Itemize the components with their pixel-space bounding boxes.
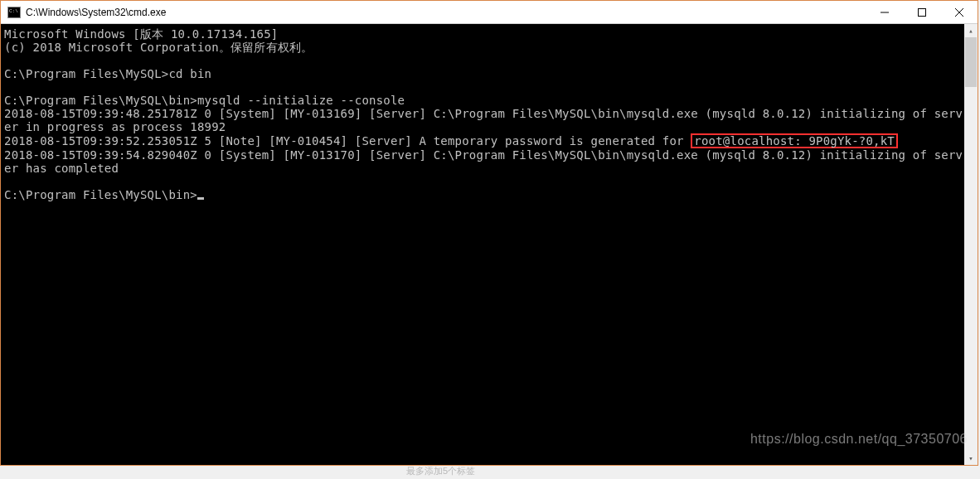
terminal-line: Microsoft Windows [版本 10.0.17134.165] <box>4 27 278 41</box>
cursor <box>197 197 204 200</box>
close-button[interactable] <box>940 1 978 23</box>
terminal-line: (c) 2018 Microsoft Corporation。保留所有权利。 <box>4 41 313 54</box>
minimize-button[interactable] <box>866 1 903 23</box>
terminal-line: 2018-08-15T09:39:52.253051Z 5 [Note] [MY… <box>4 134 691 148</box>
terminal-line: C:\Program Files\MySQL\bin>mysqld --init… <box>4 94 405 107</box>
terminal-line: 2018-08-15T09:39:48.251781Z 0 [System] [… <box>4 107 963 133</box>
terminal-line: 2018-08-15T09:39:54.829040Z 0 [System] [… <box>4 148 963 175</box>
scrollbar-thumb[interactable] <box>965 37 977 87</box>
scroll-down-button[interactable]: ▾ <box>964 452 978 465</box>
maximize-button[interactable] <box>903 1 940 23</box>
terminal-line: C:\Program Files\MySQL>cd bin <box>4 67 211 80</box>
window-title: C:\Windows\System32\cmd.exe <box>26 7 866 18</box>
cmd-window: C:\Windows\System32\cmd.exe Microsoft Wi… <box>0 0 978 466</box>
footer-hint: 最多添加5个标签 <box>406 465 475 477</box>
vertical-scrollbar[interactable]: ▴ ▾ <box>964 24 978 465</box>
window-controls <box>866 1 978 23</box>
scroll-up-button[interactable]: ▴ <box>964 24 978 37</box>
terminal-output[interactable]: Microsoft Windows [版本 10.0.17134.165] (c… <box>1 24 964 465</box>
scrollbar-track[interactable] <box>964 37 978 452</box>
terminal-prompt: C:\Program Files\MySQL\bin> <box>4 188 197 201</box>
cmd-icon <box>7 7 21 18</box>
password-highlight: root@localhost: 9P0gYk-?0,kT <box>691 133 898 148</box>
titlebar[interactable]: C:\Windows\System32\cmd.exe <box>1 1 978 24</box>
svg-rect-1 <box>918 8 925 16</box>
